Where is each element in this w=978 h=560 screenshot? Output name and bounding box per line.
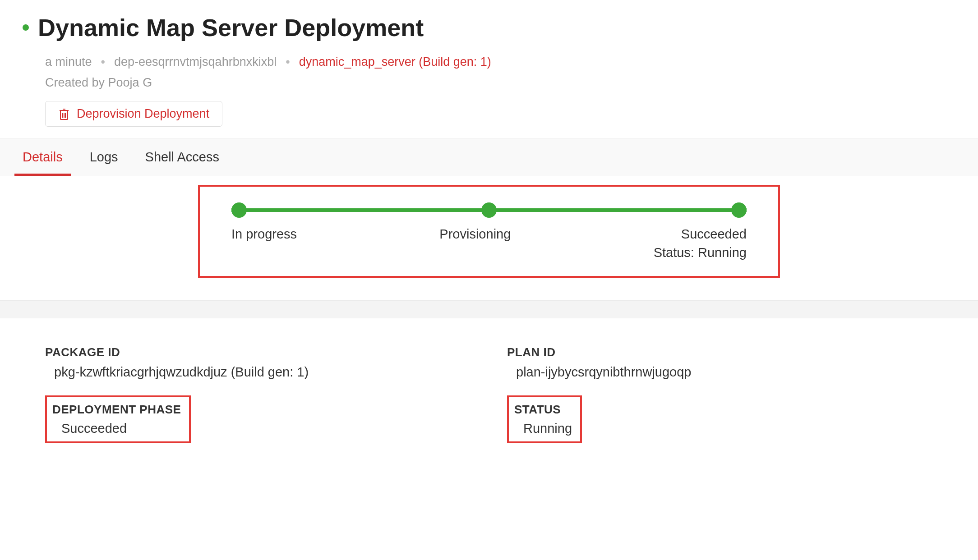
tab-logs[interactable]: Logs xyxy=(90,138,118,176)
meta-created-by: Created by Pooja G xyxy=(45,76,955,90)
deprovision-button-label: Deprovision Deployment xyxy=(77,107,209,121)
meta-separator: • xyxy=(286,55,290,69)
progress-step-label: Succeeded Status: Running xyxy=(654,227,747,260)
progress-node-icon xyxy=(481,202,497,218)
progress-step-in-progress: In progress xyxy=(231,227,297,242)
progress-step-label: Provisioning xyxy=(439,227,511,260)
detail-value-status: Running xyxy=(514,421,572,436)
section-divider xyxy=(0,300,978,318)
detail-plan-id: PLAN ID plan-ijybycsrqynibthrnwjugoqp xyxy=(507,345,933,380)
progress-step-provisioning: Provisioning xyxy=(439,227,511,242)
detail-label: PACKAGE ID xyxy=(45,345,471,359)
detail-value-plan-id: plan-ijybycsrqynibthrnwjugoqp xyxy=(507,365,933,380)
detail-deployment-phase: DEPLOYMENT PHASE Succeeded xyxy=(45,395,191,443)
tabs: Details Logs Shell Access xyxy=(0,138,978,176)
progress-panel: In progress Provisioning Succeeded Statu… xyxy=(198,185,780,278)
tab-details[interactable]: Details xyxy=(23,138,63,176)
detail-label: STATUS xyxy=(514,403,572,417)
detail-value-deployment-phase: Succeeded xyxy=(52,421,181,436)
progress-step-succeeded: Succeeded xyxy=(654,227,747,242)
progress-node-icon xyxy=(731,202,747,218)
meta-build-link[interactable]: dynamic_map_server (Build gen: 1) xyxy=(299,55,491,69)
detail-label: PLAN ID xyxy=(507,345,933,359)
detail-value-package-id: pkg-kzwftkriacgrhjqwzudkdjuz (Build gen:… xyxy=(45,365,471,380)
detail-package-id: PACKAGE ID pkg-kzwftkriacgrhjqwzudkdjuz … xyxy=(45,345,471,380)
progress-status-text: Status: Running xyxy=(654,245,747,260)
tab-shell-access[interactable]: Shell Access xyxy=(145,138,219,176)
meta-separator: • xyxy=(101,55,105,69)
progress-step-label: In progress xyxy=(231,227,297,260)
detail-status: STATUS Running xyxy=(507,395,582,443)
deprovision-button[interactable]: Deprovision Deployment xyxy=(45,101,222,127)
trash-icon xyxy=(58,108,70,120)
status-dot-icon xyxy=(23,24,29,31)
detail-label: DEPLOYMENT PHASE xyxy=(52,403,181,417)
page-title: Dynamic Map Server Deployment xyxy=(38,14,424,41)
meta-deployment-id: dep-eesqrrnvtmjsqahrbnxkixbl xyxy=(114,55,277,69)
meta-time: a minute xyxy=(45,55,92,69)
progress-node-icon xyxy=(231,202,247,218)
